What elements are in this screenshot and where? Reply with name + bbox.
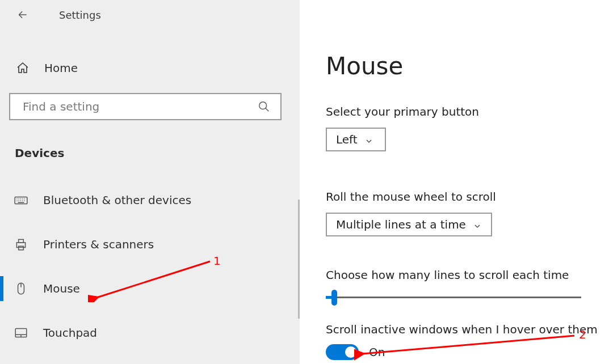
keyboard-icon (14, 193, 28, 208)
nav-item-mouse[interactable]: Mouse (0, 271, 300, 306)
home-label: Home (44, 61, 78, 75)
wheel-scroll-label: Roll the mouse wheel to scroll (326, 190, 613, 204)
touchpad-icon (14, 325, 28, 340)
nav-list: Bluetooth & other devices Printers & sca… (0, 183, 300, 350)
printer-icon (14, 237, 28, 252)
search-icon (258, 100, 270, 113)
slider-thumb[interactable] (331, 290, 337, 306)
annotation-label-1: 1 (213, 254, 221, 268)
chevron-down-icon (473, 220, 482, 229)
primary-button-label: Select your primary button (326, 105, 613, 118)
search-box[interactable] (9, 93, 282, 120)
slider-track (326, 297, 581, 298)
search-input[interactable] (23, 100, 233, 113)
svg-rect-4 (19, 246, 24, 250)
nav-label: Mouse (43, 282, 80, 295)
lines-label: Choose how many lines to scroll each tim… (326, 268, 613, 282)
wheel-scroll-dropdown[interactable]: Multiple lines at a time (326, 213, 492, 236)
nav-item-touchpad[interactable]: Touchpad (0, 315, 300, 350)
toggle-knob (345, 346, 356, 358)
svg-point-0 (259, 102, 267, 109)
lines-slider[interactable] (326, 290, 581, 306)
settings-window: Settings Home Devices Bluetooth & other … (0, 0, 613, 364)
primary-button-dropdown[interactable]: Left (326, 128, 386, 151)
nav-label: Bluetooth & other devices (43, 193, 191, 207)
chevron-down-icon (364, 135, 373, 144)
settings-title: Settings (59, 9, 101, 21)
page-title: Mouse (326, 52, 613, 80)
primary-button-value: Left (336, 133, 358, 146)
nav-label: Printers & scanners (43, 238, 154, 251)
sidebar: Settings Home Devices Bluetooth & other … (0, 0, 300, 364)
svg-rect-2 (16, 243, 25, 248)
nav-item-bluetooth[interactable]: Bluetooth & other devices (0, 183, 300, 218)
mouse-icon (14, 281, 28, 296)
category-heading: Devices (15, 146, 300, 160)
home-link[interactable]: Home (16, 61, 300, 75)
svg-rect-3 (19, 239, 24, 242)
main-panel: Mouse Select your primary button Left Ro… (300, 0, 613, 364)
nav-item-printers[interactable]: Printers & scanners (0, 227, 300, 262)
inactive-toggle-status: On (369, 345, 385, 359)
wheel-scroll-value: Multiple lines at a time (336, 218, 466, 231)
inactive-toggle-row: On (326, 344, 613, 360)
inactive-toggle[interactable] (326, 344, 359, 360)
annotation-label-2: 2 (579, 328, 586, 341)
nav-label: Touchpad (43, 326, 97, 340)
back-button[interactable] (17, 9, 28, 20)
home-icon (16, 61, 30, 75)
inactive-label: Scroll inactive windows when I hover ove… (326, 323, 613, 336)
header-bar: Settings (0, 0, 300, 29)
